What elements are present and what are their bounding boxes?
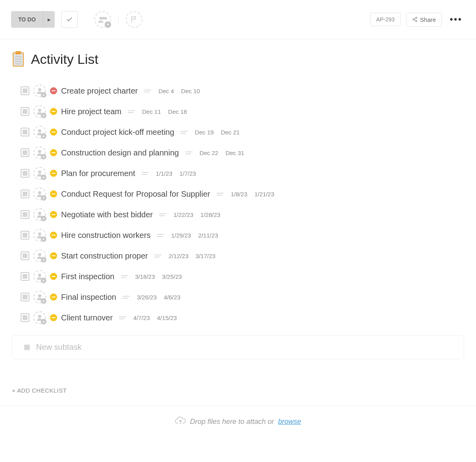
more-menu-button[interactable]: ••• [444,14,465,25]
status-dropdown[interactable]: TO DO ▶ [11,11,55,28]
task-start-date[interactable]: Dec 22 [200,150,219,156]
task-row[interactable]: + Hire construction workers 1/29/23 2/11… [21,225,464,245]
task-checkbox[interactable] [21,107,29,116]
task-name[interactable]: Start construction proper [61,251,148,261]
task-row[interactable]: + Start construction proper 2/12/23 3/17… [21,245,464,266]
task-row[interactable]: + First inspection 3/18/23 3/25/23 [21,266,464,287]
priority-icon[interactable] [50,128,57,136]
task-start-date[interactable]: Dec 11 [142,108,161,115]
assignee-button[interactable]: + [33,311,46,324]
ticket-id-badge[interactable]: AP-293 [370,13,401,26]
priority-icon[interactable] [50,211,57,218]
task-row[interactable]: + Client turnover 4/7/23 4/15/23 [21,307,464,328]
task-row[interactable]: + Conduct project kick-off meeting Dec 1… [21,122,464,142]
task-checkbox[interactable] [21,272,29,281]
task-row[interactable]: + Construction design and planning Dec 2… [21,142,464,163]
task-row[interactable]: + Plan for procurement 1/1/23 1/7/23 [21,163,464,184]
assignee-button[interactable]: + [33,146,46,159]
task-name[interactable]: Conduct project kick-off meeting [61,128,174,137]
assignee-button[interactable]: + [33,105,46,118]
assignee-button[interactable]: + [33,208,46,221]
task-row[interactable]: + Final inspection 3/26/23 4/6/23 [21,287,464,307]
task-checkbox[interactable] [21,251,29,260]
task-checkbox[interactable] [21,190,29,198]
task-end-date[interactable]: 1/28/23 [200,211,220,218]
assignee-button[interactable]: + [33,84,46,97]
task-name[interactable]: Negotiate with best bidder [61,210,153,219]
task-name[interactable]: Hire construction workers [61,231,151,240]
task-end-date[interactable]: 1/7/23 [179,170,196,177]
new-subtask-input[interactable]: New subtask [12,335,464,359]
task-name[interactable]: Client turnover [61,313,113,322]
task-end-date[interactable]: Dec 18 [168,108,187,115]
task-row[interactable]: + Conduct Request for Proposal for Suppl… [21,184,464,204]
priority-icon[interactable] [50,232,57,239]
assignee-button[interactable]: + [33,291,46,303]
task-end-date[interactable]: 1/21/23 [254,191,274,197]
task-end-date[interactable]: 4/6/23 [164,294,180,301]
add-checklist-button[interactable]: + ADD CHECKLIST [12,387,464,394]
svg-point-14 [38,88,41,91]
task-start-date[interactable]: 1/8/23 [231,191,248,197]
task-name[interactable]: First inspection [61,272,115,281]
task-end-date[interactable]: 3/25/23 [162,273,182,280]
mark-complete-button[interactable] [61,11,78,28]
assignee-button[interactable]: + [33,249,46,262]
task-row[interactable]: + Create project charter Dec 4 Dec 10 [21,81,464,101]
task-name[interactable]: Final inspection [61,293,116,302]
task-name[interactable]: Conduct Request for Proposal for Supplie… [61,190,210,199]
priority-icon[interactable] [50,170,57,177]
priority-icon[interactable] [50,87,57,94]
task-row[interactable]: + Negotiate with best bidder 1/22/23 1/2… [21,204,464,225]
task-checkbox[interactable] [21,313,29,322]
task-start-date[interactable]: 1/1/23 [156,170,173,177]
assignee-button[interactable]: + [33,167,46,180]
task-end-date[interactable]: Dec 31 [225,150,244,156]
task-row[interactable]: + Hire project team Dec 11 Dec 18 [21,101,464,122]
task-checkbox[interactable] [21,86,29,95]
task-start-date[interactable]: Dec 4 [158,88,174,94]
task-start-date[interactable]: 2/12/23 [169,253,188,259]
assignee-button[interactable]: + [33,126,46,138]
task-name[interactable]: Create project charter [61,86,138,96]
task-start-date[interactable]: 3/26/23 [137,294,157,301]
assignee-button[interactable]: + [33,188,46,200]
svg-point-3 [416,17,417,19]
task-start-date[interactable]: 4/7/23 [133,314,150,321]
priority-icon[interactable] [50,149,57,156]
task-end-date[interactable]: Dec 10 [181,88,200,94]
assignee-button[interactable]: + [33,229,46,242]
task-start-date[interactable]: 1/29/23 [171,232,191,239]
share-button[interactable]: Share [406,13,442,27]
task-start-date[interactable]: Dec 19 [195,129,214,136]
priority-flag-button[interactable] [126,11,142,28]
file-dropzone[interactable]: Drop files here to attach or browse [0,406,476,437]
dropzone-browse-link[interactable]: browse [278,418,301,426]
task-checkbox[interactable] [21,148,29,157]
assignee-button[interactable]: + [33,270,46,283]
assignees-button[interactable]: + [94,11,111,28]
task-checkbox[interactable] [21,128,29,136]
task-name[interactable]: Plan for procurement [61,169,135,178]
priority-icon[interactable] [50,108,57,115]
priority-icon[interactable] [50,314,57,321]
task-name[interactable]: Construction design and planning [61,148,179,157]
task-end-date[interactable]: 4/15/23 [157,314,177,321]
task-checkbox[interactable] [21,210,29,219]
task-start-date[interactable]: 1/22/23 [173,211,193,218]
task-checkbox[interactable] [21,169,29,178]
priority-icon[interactable] [50,273,57,280]
priority-icon[interactable] [50,190,57,197]
priority-icon[interactable] [50,252,57,259]
task-end-date[interactable]: Dec 21 [221,129,240,136]
task-checkbox[interactable] [21,293,29,301]
task-end-date[interactable]: 2/11/23 [198,232,218,239]
task-name[interactable]: Hire project team [61,107,121,116]
task-checkbox[interactable] [21,231,29,240]
plus-icon: + [41,154,46,159]
description-icon [142,172,149,175]
page-title[interactable]: Activity List [31,52,98,67]
task-end-date[interactable]: 3/17/23 [196,253,215,259]
priority-icon[interactable] [50,293,57,301]
task-start-date[interactable]: 3/18/23 [135,273,155,280]
